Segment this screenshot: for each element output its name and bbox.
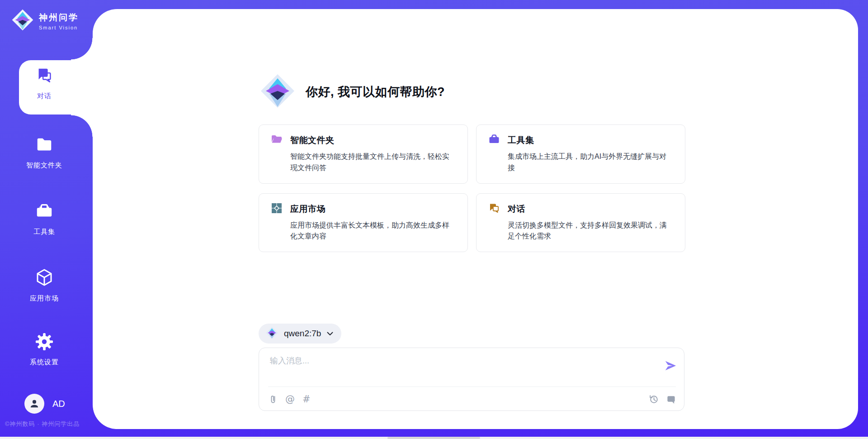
card-chat[interactable]: 对话 灵活切换多模型文件，支持多样回复效果调试，满足个性化需求 (476, 193, 685, 253)
brand: 神州问学 Smart Vision (12, 9, 79, 33)
blob-fillet-top (71, 38, 93, 60)
card-description: 智能文件夹功能支持批量文件上传与清洗，轻松实现文件问答 (290, 151, 456, 174)
send-icon[interactable] (663, 359, 678, 372)
sidebar-item-label: 工具集 (33, 228, 55, 236)
model-selector[interactable]: qwen2:7b (259, 324, 341, 344)
chevron-down-icon (327, 332, 333, 336)
blob-fillet-bottom (71, 115, 93, 137)
history-icon[interactable] (649, 394, 659, 404)
horizontal-scrollbar[interactable] (0, 437, 868, 439)
sidebar-item-label: 智能文件夹 (26, 161, 62, 170)
gear-icon (35, 332, 54, 353)
avatar (24, 394, 44, 414)
card-title: 智能文件夹 (290, 134, 335, 146)
scrollbar-thumb[interactable] (387, 437, 480, 439)
sidebar-item-label: 应用市场 (30, 294, 59, 303)
card-toolset[interactable]: 工具集 集成市场上主流工具，助力AI与外界无缝扩展与对接 (476, 124, 685, 184)
sidebar-item-label: 系统设置 (30, 358, 59, 367)
folder-icon (35, 135, 54, 156)
user-account[interactable]: AD (24, 394, 65, 414)
message-input[interactable] (269, 354, 660, 382)
sidebar-item-label: 对话 (37, 92, 52, 100)
attachment-icon[interactable] (269, 394, 278, 404)
greeting-section: 你好, 我可以如何帮助你? (260, 74, 445, 110)
feature-cards: 智能文件夹 智能文件夹功能支持批量文件上传与清洗，轻松实现文件问答 工具集 集成… (259, 124, 685, 252)
brand-logo-icon (12, 9, 33, 33)
card-title: 对话 (508, 203, 525, 215)
sidebar-item-app-market[interactable]: 应用市场 (13, 267, 76, 303)
greeting-title: 你好, 我可以如何帮助你? (306, 84, 445, 100)
brand-subtitle: Smart Vision (39, 25, 79, 30)
card-title: 应用市场 (290, 203, 326, 215)
sidebar-item-chat[interactable]: 对话 (13, 66, 76, 100)
mention-icon[interactable]: @ (285, 395, 295, 404)
toolbox-icon (488, 134, 500, 147)
card-smart-folder[interactable]: 智能文件夹 智能文件夹功能支持批量文件上传与清洗，轻松实现文件问答 (259, 124, 468, 184)
copyright-footer: ©神州数码 · 神州问学出品 (5, 420, 80, 428)
cube-icon (34, 267, 54, 289)
card-description: 灵活切换多模型文件，支持多样回复效果调试，满足个性化需求 (508, 220, 673, 243)
sidebar-item-smart-folder[interactable]: 智能文件夹 (13, 135, 76, 170)
card-app-market[interactable]: 应用市场 应用市场提供丰富长文本模板，助力高效生成多样化文章内容 (259, 193, 468, 253)
sidebar-item-settings[interactable]: 系统设置 (13, 332, 76, 367)
hashtag-icon[interactable]: # (302, 395, 311, 404)
toolbox-icon (35, 202, 54, 223)
sidebar: 神州问学 Smart Vision 对话 智能文件夹 (0, 0, 93, 439)
sidebar-item-toolset[interactable]: 工具集 (13, 202, 76, 236)
main-panel: 你好, 我可以如何帮助你? 智能文件夹 智能文件夹功能支持批量文件上传与清洗，轻… (93, 9, 858, 429)
message-composer: @ # (259, 348, 684, 411)
user-name: AD (52, 399, 65, 409)
feedback-message-icon[interactable] (666, 395, 676, 404)
chat-icon (35, 66, 54, 87)
brand-name: 神州问学 (39, 12, 79, 24)
card-description: 集成市场上主流工具，助力AI与外界无缝扩展与对接 (508, 151, 673, 174)
grid-icon (271, 202, 283, 216)
card-title: 工具集 (508, 134, 534, 146)
folder-open-icon (271, 134, 283, 147)
assistant-logo-icon (260, 74, 295, 110)
model-logo-icon (266, 327, 278, 341)
card-description: 应用市场提供丰富长文本模板，助力高效生成多样化文章内容 (290, 220, 456, 243)
chat-icon (488, 202, 500, 216)
composer-divider (268, 387, 676, 387)
model-name: qwen2:7b (284, 329, 321, 339)
